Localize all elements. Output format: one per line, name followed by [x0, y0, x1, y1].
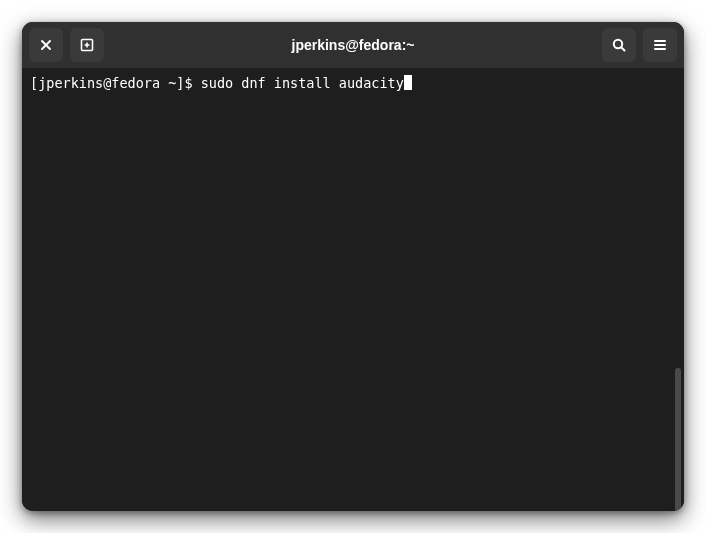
- shell-command: sudo dnf install audacity: [201, 75, 404, 91]
- titlebar: jperkins@fedora:~: [22, 22, 684, 68]
- scrollbar-thumb[interactable]: [675, 368, 681, 511]
- new-tab-icon: [79, 37, 95, 53]
- search-button[interactable]: [602, 28, 636, 62]
- new-tab-button[interactable]: [70, 28, 104, 62]
- window-title: jperkins@fedora:~: [104, 37, 602, 53]
- text-cursor: [404, 75, 412, 90]
- hamburger-icon: [652, 37, 668, 53]
- titlebar-right-controls: [602, 28, 677, 62]
- terminal-body[interactable]: [jperkins@fedora ~]$ sudo dnf install au…: [22, 68, 684, 511]
- svg-line-6: [621, 47, 624, 50]
- menu-button[interactable]: [643, 28, 677, 62]
- terminal-window: jperkins@fedora:~ [jperkins@fedora ~]$ s…: [22, 22, 684, 511]
- close-button[interactable]: [29, 28, 63, 62]
- titlebar-left-controls: [29, 28, 104, 62]
- close-icon: [38, 37, 54, 53]
- shell-prompt: [jperkins@fedora ~]$: [30, 75, 201, 91]
- search-icon: [611, 37, 627, 53]
